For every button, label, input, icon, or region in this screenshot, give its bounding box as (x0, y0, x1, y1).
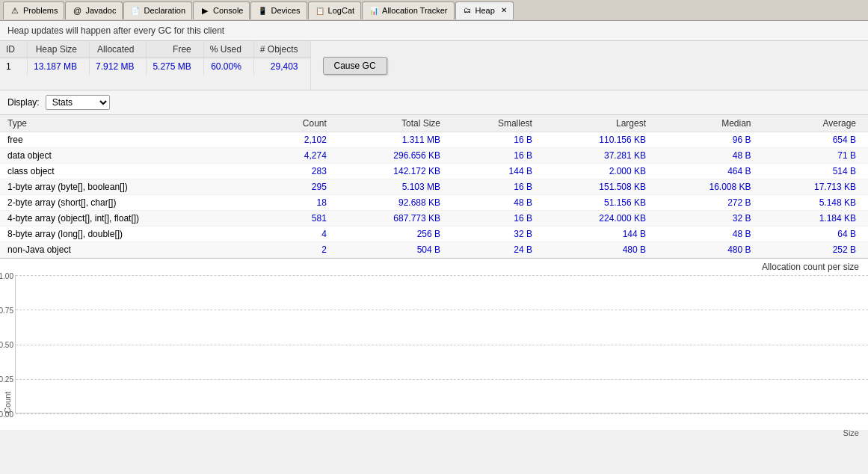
stats-cell: 296.656 KB (339, 148, 452, 164)
stats-col-average: Average (763, 115, 869, 132)
display-label: Display: (7, 97, 40, 108)
stats-cell: 16 B (452, 179, 544, 195)
col-objects: # Objects (253, 41, 310, 58)
stats-table: Type Count Total Size Smallest Largest M… (0, 115, 868, 258)
stats-cell: 18 (265, 195, 339, 211)
chart-grid-label: 0.00 (0, 410, 13, 419)
tab-heap-close[interactable]: ✕ (501, 6, 507, 14)
stats-cell: non-Java object (0, 242, 265, 258)
stats-cell: 5.103 MB (339, 179, 452, 195)
stats-cell: 283 (265, 164, 339, 179)
info-message: Heap updates will happen after every GC … (7, 25, 224, 36)
stats-cell: 51.156 KB (544, 195, 658, 211)
stats-row: non-Java object2504 B24 B480 B480 B252 B (0, 242, 868, 258)
stats-cell: 71 B (763, 148, 869, 164)
stats-row: free2,1021.311 MB16 B110.156 KB96 B654 B (0, 132, 868, 148)
stats-cell: 17.713 KB (763, 179, 869, 195)
chart-grid-label: 1.00 (0, 272, 13, 280)
logcat-icon: 📋 (315, 5, 325, 16)
stats-cell: 295 (265, 179, 339, 195)
javadoc-icon: @ (72, 5, 82, 16)
stats-cell: 16 B (452, 211, 544, 227)
tab-heap-label: Heap (475, 6, 495, 15)
stats-row: 1-byte array (byte[], boolean[])2955.103… (0, 179, 868, 195)
tab-javadoc[interactable]: @ Javadoc (65, 1, 123, 19)
display-row: Display: Stats Bar Graph Linear (0, 90, 868, 115)
tab-declaration[interactable]: 📄 Declaration (123, 1, 192, 19)
tab-heap[interactable]: 🗂 Heap ✕ (455, 1, 514, 19)
heap-objects: 29,403 (253, 58, 310, 76)
chart-grid-line: 0.75 (16, 310, 868, 310)
stats-cell: 5.148 KB (763, 195, 869, 211)
stats-cell: 16.008 KB (658, 179, 763, 195)
stats-col-median: Median (658, 115, 763, 132)
tab-javadoc-label: Javadoc (85, 6, 116, 15)
heap-table: ID Heap Size Allocated Free % Used # Obj… (0, 41, 311, 90)
stats-cell: 464 B (658, 164, 763, 179)
stats-cell: 581 (265, 211, 339, 227)
stats-cell: 4 (265, 227, 339, 242)
chart-grid-line: 0.25 (16, 379, 868, 380)
chart-grid-line: 0.00 (16, 413, 868, 414)
problems-icon: ⚠ (10, 5, 20, 16)
stats-row: 4-byte array (object[], int[], float[])5… (0, 211, 868, 227)
stats-cell: 64 B (763, 227, 869, 242)
tab-devices[interactable]: 📱 Devices (250, 1, 307, 19)
tab-console[interactable]: ▶ Console (193, 1, 250, 19)
chart-grid-label: 0.25 (0, 375, 13, 384)
stats-cell: 48 B (452, 195, 544, 211)
stats-cell: 144 B (452, 164, 544, 179)
stats-cell: data object (0, 148, 265, 164)
col-id: ID (0, 41, 28, 58)
tab-console-label: Console (213, 6, 243, 15)
tab-logcat[interactable]: 📋 LogCat (308, 1, 361, 19)
stats-cell: 4,274 (265, 148, 339, 164)
col-heap-size: Heap Size (28, 41, 90, 58)
stats-cell: 48 B (658, 148, 763, 164)
heap-id: 1 (0, 58, 28, 76)
stats-cell: 272 B (658, 195, 763, 211)
display-select[interactable]: Stats Bar Graph Linear (46, 95, 110, 110)
col-pct-used: % Used (203, 41, 253, 58)
tab-problems-label: Problems (23, 6, 58, 15)
stats-cell: 24 B (452, 242, 544, 258)
stats-cell: 4-byte array (object[], int[], float[]) (0, 211, 265, 227)
stats-cell: free (0, 132, 265, 148)
stats-row: 8-byte array (long[], double[])4256 B32 … (0, 227, 868, 242)
stats-cell: 654 B (763, 132, 869, 148)
stats-cell: 224.000 KB (544, 211, 658, 227)
tab-problems[interactable]: ⚠ Problems (3, 1, 64, 19)
col-allocated: Allocated (90, 41, 147, 58)
info-bar: Heap updates will happen after every GC … (0, 21, 868, 41)
cause-gc-button[interactable]: Cause GC (323, 57, 387, 75)
stats-cell: 16 B (452, 148, 544, 164)
tab-allocation-tracker[interactable]: 📊 Allocation Tracker (362, 1, 454, 19)
stats-cell: 1-byte array (byte[], boolean[]) (0, 179, 265, 195)
stats-cell: 16 B (452, 132, 544, 148)
stats-cell: class object (0, 164, 265, 179)
chart-grid-line: 0.50 (16, 345, 868, 345)
tab-declaration-label: Declaration (144, 6, 185, 15)
devices-icon: 📱 (257, 5, 268, 16)
chart-x-label: Size (0, 428, 868, 437)
stats-section: Type Count Total Size Smallest Largest M… (0, 115, 868, 258)
stats-cell: 480 B (544, 242, 658, 258)
stats-cell: 1.311 MB (339, 132, 452, 148)
stats-col-smallest: Smallest (452, 115, 544, 132)
stats-cell: 37.281 KB (544, 148, 658, 164)
stats-cell: 504 B (339, 242, 452, 258)
stats-cell: 144 B (544, 227, 658, 242)
stats-cell: 2,102 (265, 132, 339, 148)
stats-col-count: Count (265, 115, 339, 132)
stats-cell: 8-byte array (long[], double[]) (0, 227, 265, 242)
chart-grid-label: 0.50 (0, 341, 13, 349)
stats-cell: 2 (265, 242, 339, 258)
stats-cell: 256 B (339, 227, 452, 242)
stats-col-type: Type (0, 115, 265, 132)
chart-grid-line: 1.00 (16, 275, 868, 276)
console-icon: ▶ (200, 5, 210, 16)
declaration-icon: 📄 (130, 5, 141, 16)
chart-grid-label: 0.75 (0, 307, 13, 315)
stats-cell: 48 B (658, 227, 763, 242)
heap-icon: 🗂 (462, 5, 473, 16)
